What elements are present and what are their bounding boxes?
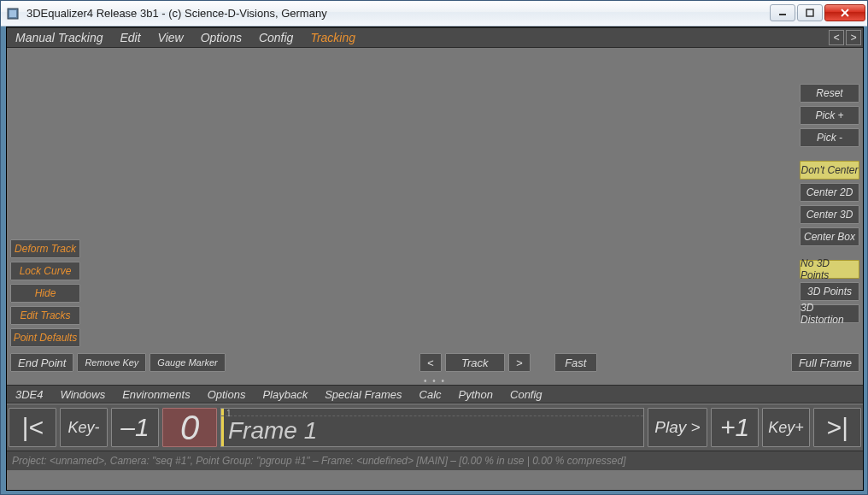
- step-back-button[interactable]: –1: [111, 408, 159, 447]
- no-3d-points-button[interactable]: No 3D Points: [800, 260, 859, 279]
- nav-prev-button[interactable]: <: [829, 30, 844, 45]
- end-point-button[interactable]: End Point: [10, 353, 73, 372]
- goto-end-button[interactable]: >|: [813, 408, 861, 447]
- center-box-button[interactable]: Center Box: [800, 227, 859, 246]
- app-icon: [6, 7, 20, 21]
- viewport-bottom-bar: End Point Remove Key Gauge Marker < Trac…: [10, 352, 859, 373]
- status-bar: Project: <unnamed>, Camera: "seq #1", Po…: [7, 451, 863, 470]
- minimize-button[interactable]: [770, 4, 795, 21]
- nav-next-button[interactable]: >: [846, 30, 861, 45]
- edit-tracks-button[interactable]: Edit Tracks: [10, 306, 80, 325]
- gauge-marker-button[interactable]: Gauge Marker: [150, 353, 225, 372]
- viewport[interactable]: Deform Track Lock Curve Hide Edit Tracks…: [7, 48, 863, 376]
- 3d-distortion-button[interactable]: 3D Distortion: [800, 304, 859, 323]
- menu2-config[interactable]: Config: [501, 388, 551, 401]
- timeline[interactable]: 1 Frame 1: [220, 408, 644, 447]
- center-2d-button[interactable]: Center 2D: [800, 183, 859, 202]
- menu-edit[interactable]: Edit: [111, 31, 149, 44]
- menu-options[interactable]: Options: [192, 31, 250, 44]
- window-frame: 3DEqualizer4 Release 3b1 - (c) Science-D…: [0, 0, 868, 495]
- pick-plus-button[interactable]: Pick +: [800, 106, 859, 125]
- dont-center-button[interactable]: Don't Center: [800, 161, 859, 180]
- play-button[interactable]: Play >: [648, 408, 707, 447]
- timeline-frame-num: 1: [226, 409, 232, 418]
- menu2-special-frames[interactable]: Special Frames: [316, 388, 410, 401]
- menu-view[interactable]: View: [150, 31, 192, 44]
- close-button[interactable]: [824, 4, 865, 21]
- right-button-group: Reset Pick + Pick - Don't Center Center …: [800, 84, 859, 327]
- full-frame-button[interactable]: Full Frame: [791, 353, 859, 372]
- step-forward-button[interactable]: +1: [711, 408, 759, 447]
- timeline-marker[interactable]: [221, 409, 224, 446]
- deform-track-button[interactable]: Deform Track: [10, 239, 80, 258]
- key-plus-button[interactable]: Key+: [762, 408, 810, 447]
- pick-minus-button[interactable]: Pick -: [800, 128, 859, 147]
- reset-button[interactable]: Reset: [800, 84, 859, 103]
- menu2-environments[interactable]: Environments: [114, 388, 198, 401]
- menu2-options[interactable]: Options: [199, 388, 255, 401]
- goto-start-button[interactable]: |<: [9, 408, 56, 447]
- splitter-handle[interactable]: • • •: [7, 376, 863, 385]
- menu-manual-tracking[interactable]: Manual Tracking: [7, 31, 111, 44]
- menu2-calc[interactable]: Calc: [411, 388, 450, 401]
- playbar: |< Key- –1 0 1 Frame 1 Play > +1 Key+ >|: [7, 404, 863, 451]
- left-button-group: Deform Track Lock Curve Hide Edit Tracks…: [10, 239, 80, 351]
- hide-button[interactable]: Hide: [10, 284, 80, 303]
- maximize-button[interactable]: [797, 4, 823, 21]
- menu2-playback[interactable]: Playback: [254, 388, 316, 401]
- titlebar[interactable]: 3DEqualizer4 Release 3b1 - (c) Science-D…: [1, 1, 867, 27]
- fast-button[interactable]: Fast: [554, 353, 597, 372]
- menu2-3de4[interactable]: 3DE4: [7, 388, 52, 401]
- center-3d-button[interactable]: Center 3D: [800, 205, 859, 224]
- track-button[interactable]: Track: [445, 353, 505, 372]
- window-buttons: [768, 4, 865, 23]
- current-frame-display[interactable]: 0: [162, 408, 217, 447]
- menu2-python[interactable]: Python: [450, 388, 501, 401]
- bottom-menubar: 3DE4 Windows Environments Options Playba…: [7, 385, 863, 404]
- 3d-points-button[interactable]: 3D Points: [800, 282, 859, 301]
- remove-key-button[interactable]: Remove Key: [77, 353, 146, 372]
- track-next-button[interactable]: >: [508, 353, 531, 372]
- menu-tracking[interactable]: Tracking: [302, 31, 364, 44]
- window-title: 3DEqualizer4 Release 3b1 - (c) Science-D…: [25, 7, 768, 20]
- status-text: Project: <unnamed>, Camera: "seq #1", Po…: [12, 455, 626, 467]
- lock-curve-button[interactable]: Lock Curve: [10, 262, 80, 280]
- menu-config[interactable]: Config: [250, 31, 302, 44]
- track-prev-button[interactable]: <: [419, 353, 442, 372]
- key-minus-button[interactable]: Key-: [60, 408, 108, 447]
- menu2-windows[interactable]: Windows: [52, 388, 114, 401]
- timeline-frame-label: Frame 1: [228, 417, 317, 445]
- svg-rect-3: [806, 9, 813, 16]
- app-body: Manual Tracking Edit View Options Config…: [6, 27, 864, 491]
- point-defaults-button[interactable]: Point Defaults: [10, 328, 80, 347]
- top-menubar: Manual Tracking Edit View Options Config…: [7, 27, 863, 48]
- svg-rect-1: [9, 10, 16, 17]
